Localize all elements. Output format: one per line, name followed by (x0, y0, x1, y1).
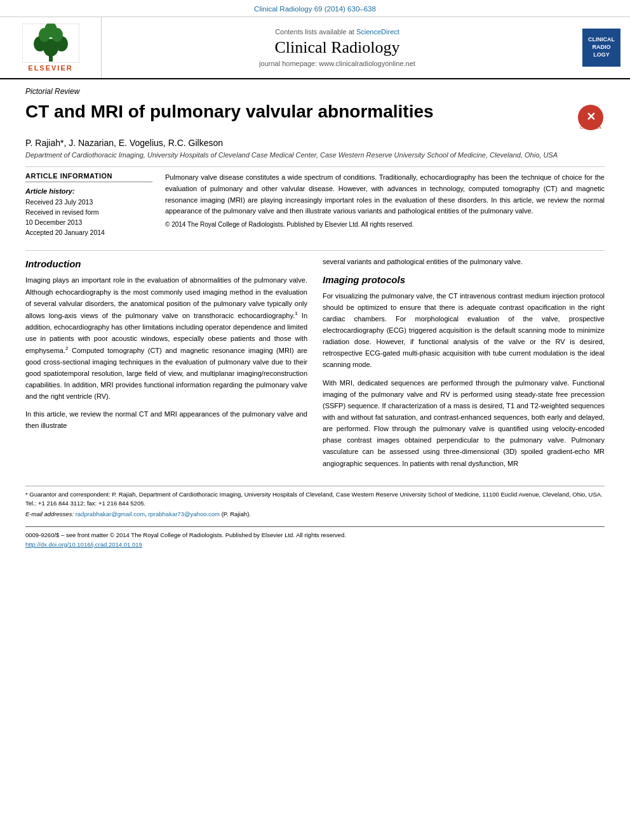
imaging-protocols-para2: With MRI, dedicated sequences are perfor… (323, 377, 605, 469)
sciencedirect-line: Contents lists available at ScienceDirec… (275, 28, 399, 36)
received-date: Received 23 July 2013 (25, 197, 152, 208)
guarantor-footnote: * Guarantor and correspondent: P. Rajiah… (25, 490, 605, 509)
journal-title: Clinical Radiology (274, 38, 399, 57)
journal-logo-area: CLINICAL RADIO LOGY (573, 17, 630, 78)
journal-logo-text: CLINICAL RADIO LOGY (588, 36, 615, 58)
footer-doi: http://dx.doi.org/10.1016/j.crad.2014.01… (25, 540, 605, 549)
elsevier-brand-text: ELSEVIER (22, 64, 79, 72)
article-type: Pictorial Review (25, 87, 605, 96)
journal-header: ELSEVIER Contents lists available at Sci… (0, 17, 630, 79)
article-info-col: ARTICLE INFORMATION Article history: Rec… (25, 172, 152, 237)
revised-label: Received in revised form (25, 208, 152, 218)
intro-heading: Introduction (25, 258, 307, 269)
main-content: Pictorial Review CT and MRI of pulmonary… (0, 79, 630, 562)
article-info-section: ARTICLE INFORMATION Article history: Rec… (25, 172, 605, 237)
abstract-text: Pulmonary valve disease constitutes a wi… (165, 172, 605, 217)
crossmark-icon: ✕ CrossMark (577, 103, 605, 131)
svg-text:CrossMark: CrossMark (580, 125, 601, 130)
article-title-row: CT and MRI of pulmonary valvular abnorma… (25, 101, 605, 131)
email-label: E-mail addresses: (25, 510, 74, 517)
email1-link[interactable]: radprabhakar@gmail.com (76, 510, 145, 517)
page-footer: 0009-9260/$ – see front matter © 2014 Th… (25, 526, 605, 549)
top-bar: Clinical Radiology 69 (2014) 630–638 (0, 0, 630, 17)
journal-title-area: Contents lists available at ScienceDirec… (102, 17, 573, 78)
article-title: CT and MRI of pulmonary valvular abnorma… (25, 101, 570, 123)
affiliation: Department of Cardiothoracic Imaging, Un… (25, 150, 605, 160)
body-col-left: Introduction Imaging plays an important … (25, 256, 307, 475)
divider-2 (25, 250, 605, 251)
article-history-label: Article history: (25, 187, 152, 195)
journal-reference: Clinical Radiology 69 (2014) 630–638 (254, 5, 376, 13)
body-col-right: several variants and pathological entiti… (323, 256, 605, 475)
imaging-protocols-heading: Imaging protocols (323, 274, 605, 285)
elsevier-logo: ELSEVIER (22, 23, 79, 72)
email-footnote: E-mail addresses: radprabhakar@gmail.com… (25, 510, 605, 519)
elsevier-logo-area: ELSEVIER (0, 17, 102, 78)
footer-issn: 0009-9260/$ – see front matter © 2014 Th… (25, 531, 605, 540)
divider-1 (25, 166, 605, 167)
journal-homepage: journal homepage: www.clinicalradiologyo… (259, 60, 415, 67)
email-suffix: (P. Rajiah). (222, 510, 251, 517)
body-columns: Introduction Imaging plays an important … (25, 256, 605, 475)
intro-para1: Imaging plays an important role in the e… (25, 274, 307, 402)
svg-text:✕: ✕ (586, 110, 596, 123)
authors: P. Rajiah*, J. Nazarian, E. Vogelius, R.… (25, 138, 605, 148)
intro-para2: In this article, we review the normal CT… (25, 408, 307, 431)
article-info-title: ARTICLE INFORMATION (25, 172, 152, 182)
accepted-date: Accepted 20 January 2014 (25, 228, 152, 238)
abstract-col: Pulmonary valve disease constitutes a wi… (165, 172, 605, 237)
journal-logo-box: CLINICAL RADIO LOGY (582, 29, 620, 67)
email2-link[interactable]: rprabhakar73@yahoo.com (148, 510, 220, 517)
doi-link[interactable]: http://dx.doi.org/10.1016/j.crad.2014.01… (25, 541, 142, 548)
sciencedirect-link[interactable]: ScienceDirect (356, 28, 399, 36)
crossmark-logo: ✕ CrossMark (577, 103, 605, 131)
imaging-protocols-para1: For visualizing the pulmonary valve, the… (323, 290, 605, 371)
elsevier-tree-icon (22, 23, 79, 63)
footnote-section: * Guarantor and correspondent: P. Rajiah… (25, 486, 605, 519)
intro-continuation: several variants and pathological entiti… (323, 256, 605, 267)
copyright-line: © 2014 The Royal College of Radiologists… (165, 221, 605, 228)
revised-date: 10 December 2013 (25, 218, 152, 228)
